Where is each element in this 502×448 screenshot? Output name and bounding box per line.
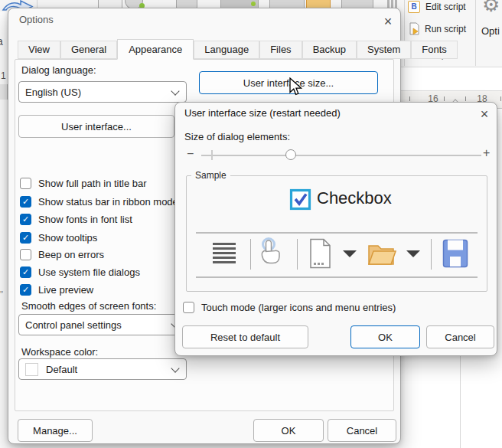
checkbox-label: Show full path in title bar: [38, 178, 147, 189]
slider-minus-icon: −: [187, 147, 194, 161]
cancel-button[interactable]: Cancel: [426, 325, 494, 348]
size-of-dialog-elements-label: Size of dialog elements:: [184, 131, 290, 142]
checkbox-box[interactable]: ✓: [20, 196, 31, 208]
checkbox-show-fonts[interactable]: ✓ Show fonts in font list: [20, 213, 132, 225]
chevron-down-icon: [171, 364, 179, 372]
checkbox-box[interactable]: ✓: [20, 267, 31, 278]
tab-backup[interactable]: Backup: [302, 41, 357, 59]
ui-size-dialog-title: User interface size (restart needed): [184, 107, 341, 119]
ruler-tick: [500, 96, 501, 101]
dialog-language-select[interactable]: English (US): [18, 81, 187, 103]
dropdown-arrow-icon: [406, 250, 420, 257]
check-icon: ✓: [22, 285, 29, 295]
ok-button[interactable]: OK: [350, 325, 420, 348]
tab-system[interactable]: System: [357, 41, 411, 59]
sample-checkbox-icon: [289, 188, 311, 211]
edit-script-label: Edit script: [425, 2, 466, 12]
tab-fonts[interactable]: Fonts: [411, 41, 458, 59]
checkbox-beep-on-errors[interactable]: ✓ Beep on errors: [20, 248, 104, 260]
checkbox-system-file-dialogs[interactable]: ✓ Use system file dialogs: [20, 266, 140, 278]
dropdown-arrow-icon: [343, 250, 357, 257]
checkbox-label: Live preview: [38, 284, 93, 296]
run-script-button[interactable]: Run script: [409, 22, 466, 35]
sample-group-label: Sample: [191, 170, 230, 181]
save-icon: [442, 239, 468, 268]
slider-plus-icon: +: [483, 146, 490, 160]
checkbox-box[interactable]: ✓: [183, 302, 194, 313]
user-interface-button[interactable]: User interface...: [18, 115, 174, 138]
background-text-fragment: 1: [1, 70, 6, 81]
check-icon: ✓: [22, 267, 29, 277]
workspace-color-value: Default: [46, 364, 77, 375]
open-folder-icon: [367, 240, 396, 267]
checkbox-label: Show tooltips: [38, 232, 97, 244]
checkbox-show-full-path[interactable]: ✓ Show full path in title bar: [20, 177, 147, 189]
check-icon: ✓: [22, 233, 29, 243]
tab-files[interactable]: Files: [259, 41, 302, 59]
background-text-fragment: a: [0, 35, 3, 47]
slider-thumb[interactable]: [285, 149, 296, 160]
checkbox-label: Show fonts in font list: [38, 214, 132, 225]
basic-script-icon: B: [408, 1, 420, 13]
options-tab-bar: View General Appearance Language Files B…: [18, 39, 458, 59]
smooth-edges-select[interactable]: Control panel settings: [18, 314, 187, 335]
sample-toolbar-separator: [431, 239, 432, 270]
chevron-down-icon: [171, 87, 179, 95]
close-icon[interactable]: ×: [475, 105, 494, 123]
green-dot-icon: [251, 2, 256, 6]
sample-toolbar-separator: [297, 239, 298, 270]
tab-general[interactable]: General: [60, 41, 117, 59]
checkbox-box[interactable]: ✓: [20, 232, 31, 244]
checkbox-box[interactable]: ✓: [20, 249, 31, 260]
ruler-tick: [444, 96, 445, 101]
touch-mode-label: Touch mode (larger icons and menu entrie…: [201, 302, 396, 313]
mouse-cursor: [288, 77, 304, 97]
checkbox-box[interactable]: ✓: [20, 214, 31, 225]
smooth-edges-label: Smooth edges of screen fonts:: [21, 300, 156, 312]
sample-divider: [196, 276, 478, 278]
check-icon: ✓: [22, 214, 29, 224]
manage-button[interactable]: Manage...: [18, 419, 93, 442]
background-box-fragment: [0, 84, 8, 100]
ok-button[interactable]: OK: [253, 419, 324, 442]
options-dialog-title: Options: [19, 14, 54, 25]
edit-script-button[interactable]: B Edit script: [408, 1, 466, 13]
touch-mode-checkbox[interactable]: ✓ Touch mode (larger icons and menu entr…: [183, 301, 396, 313]
options-ribbon-label[interactable]: Opti: [481, 25, 500, 37]
sample-toolbar-separator: [250, 239, 251, 270]
reset-to-default-button[interactable]: Reset to default: [182, 325, 308, 348]
checkbox-show-tooltips[interactable]: ✓ Show tooltips: [20, 231, 97, 244]
tab-appearance[interactable]: Appearance: [117, 39, 194, 60]
smooth-edges-value: Control panel settings: [25, 319, 122, 331]
workspace-color-select[interactable]: Default: [18, 358, 187, 380]
menu-lines-icon: [213, 243, 236, 263]
screen: B Edit script Run script Scripts ⚙ Opti …: [0, 0, 502, 448]
new-document-icon: [308, 238, 331, 269]
tab-language[interactable]: Language: [194, 41, 259, 59]
check-icon: ✓: [22, 197, 29, 207]
checkbox-label: Show status bar in ribbon mode: [38, 196, 178, 208]
run-script-label: Run script: [425, 24, 466, 34]
size-slider[interactable]: [201, 149, 481, 161]
background-text-fragment: '': [0, 289, 3, 299]
sample-divider: [196, 232, 478, 234]
close-icon[interactable]: ×: [379, 12, 397, 31]
checkbox-box[interactable]: ✓: [20, 284, 31, 296]
checkbox-label: Use system file dialogs: [38, 267, 140, 278]
run-script-icon: [409, 22, 419, 35]
tab-view[interactable]: View: [18, 41, 60, 59]
ruler-tick: [409, 96, 410, 101]
checkbox-live-preview[interactable]: ✓ Live preview: [20, 283, 93, 296]
checkbox-status-bar[interactable]: ✓ Show status bar in ribbon mode: [20, 195, 178, 208]
sample-checkbox-label: Checkbox: [317, 188, 392, 208]
slider-track[interactable]: [201, 155, 481, 156]
color-swatch: [25, 363, 38, 376]
gear-icon[interactable]: ⚙: [482, 0, 500, 15]
checkbox-box[interactable]: ✓: [20, 178, 31, 189]
dialog-language-value: English (US): [25, 87, 81, 98]
slider-tick: [211, 150, 213, 160]
cancel-button[interactable]: Cancel: [328, 419, 396, 442]
ui-size-dialog: User interface size (restart needed) × S…: [174, 102, 497, 356]
ruler-tick: [465, 96, 466, 101]
dialog-language-label: Dialog language:: [21, 64, 96, 76]
